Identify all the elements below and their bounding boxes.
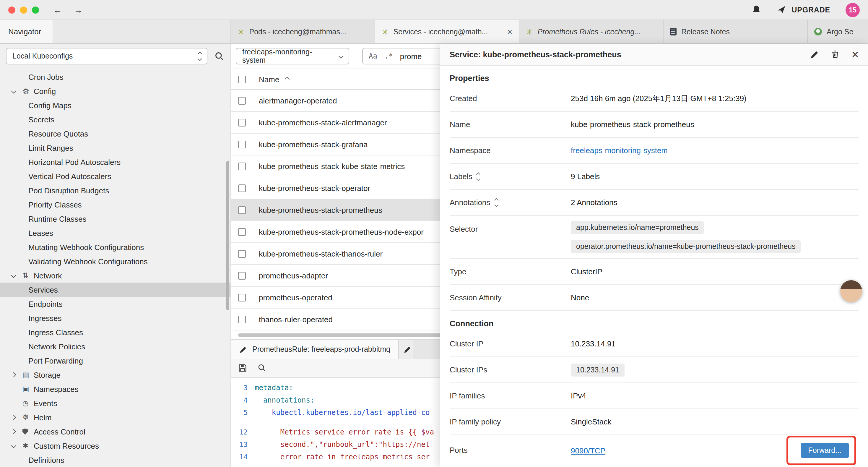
select-checkbox[interactable] [238,315,246,323]
app-tab[interactable]: Pods - icecheng@mathmas... [231,20,375,43]
sidebar-item[interactable]: Horizontal Pod Autoscalers [0,155,230,169]
service-name: kube-prometheus-stack-kube-state-metrics [259,162,405,171]
close-tab-icon[interactable] [502,27,512,36]
app-tab[interactable]: Release Notes [663,20,808,43]
expand-updown-icon[interactable] [477,173,480,180]
sidebar-item[interactable]: Secrets [0,112,230,126]
select-checkbox[interactable] [238,206,246,214]
chevron-down-icon[interactable] [11,273,16,278]
sidebar-item[interactable]: Limit Ranges [0,141,230,155]
sidebar-item[interactable]: Pod Disruption Budgets [0,183,230,198]
zoom-window-button[interactable] [32,6,39,13]
sidebar-item[interactable]: Services [0,283,230,297]
notification-count-badge[interactable]: 15 [845,3,860,17]
edit-icon[interactable] [810,50,819,59]
editor-search-icon[interactable] [258,363,267,372]
tab-label: Pods - icecheng@mathmas... [249,28,346,36]
sidebar-item-label: Custom Resources [34,441,99,450]
forward-icon[interactable] [74,5,83,14]
chevron-down-icon[interactable] [11,89,16,94]
namespace-link[interactable]: freeleaps-monitoring-system [571,146,668,155]
namespace-select[interactable]: freeleaps-monitoring-system [236,48,349,64]
sidebar-item[interactable]: Custom Resources [0,439,230,453]
kube-icon [526,28,533,36]
sidebar-item[interactable]: Config Maps [0,98,230,112]
close-window-button[interactable] [8,6,16,13]
select-checkbox[interactable] [238,140,246,148]
chevron-right-icon[interactable] [11,429,16,434]
port-link[interactable]: 9090/TCP [571,446,606,455]
navigator-panel-tab[interactable]: Navigator [0,20,53,43]
trash-icon[interactable] [831,50,840,59]
sidebar-item[interactable]: Namespaces [0,382,230,396]
expand-updown-icon[interactable] [495,199,498,206]
select-checkbox[interactable] [238,228,246,236]
labels-label: Labels [450,172,472,181]
app-tab[interactable]: Argo Se [808,20,868,43]
sidebar-item[interactable]: Cron Jobs [0,70,230,84]
sidebar-search-icon[interactable] [215,51,224,61]
sidebar-item[interactable]: Leases [0,226,230,240]
sidebar-item[interactable]: Priority Classes [0,198,230,212]
match-case-toggle[interactable]: Aa [369,52,377,60]
sidebar-item[interactable]: Vertical Pod Autoscalers [0,169,230,183]
service-name: kube-prometheus-stack-operator [259,183,370,193]
upgrade-button[interactable]: UPGRADE [776,5,830,15]
sidebar-scrollbar[interactable] [226,161,229,310]
sidebar-item[interactable]: Mutating Webhook Configurations [0,240,230,254]
port-forward-button[interactable]: Forward... [800,443,849,458]
cluster-ip-value: 10.233.14.91 [571,339,859,348]
select-checkbox[interactable] [238,250,246,258]
sidebar-item[interactable]: Endpoints [0,297,230,311]
drawer-header: Service: kube-prometheus-stack-prometheu… [440,44,868,66]
avatar[interactable] [840,280,862,302]
select-checkbox[interactable] [238,162,246,170]
minimize-window-button[interactable] [20,6,27,13]
editor-tab[interactable]: PrometheusRule: freeleaps-prod-rabbitmq [231,340,399,359]
close-drawer-icon[interactable] [852,49,859,60]
chevron-right-icon[interactable] [11,415,16,420]
select-checkbox[interactable] [238,272,246,279]
sidebar-item[interactable]: Definitions [0,453,230,467]
chevron-right-icon[interactable] [11,372,16,377]
sidebar-item[interactable]: Validating Webhook Configurations [0,254,230,268]
select-all-checkbox[interactable] [238,76,246,83]
select-checkbox[interactable] [238,293,246,301]
sidebar-item[interactable]: Ingresses [0,311,230,325]
sidebar-item[interactable]: Port Forwarding [0,353,230,368]
tab-bar: Navigator Pods - icecheng@mathmas... Ser… [0,20,868,44]
chevron-slot [12,415,23,419]
sidebar-item-label: Horizontal Pod Autoscalers [28,157,121,167]
app-tab[interactable]: Services - icecheng@math... [375,20,519,43]
helm-icon [23,414,34,421]
sidebar-item-label: Port Forwarding [28,356,83,365]
sidebar-item[interactable]: Helm [0,410,230,425]
select-checkbox[interactable] [238,119,246,126]
created-row: Created 253d 16h 6m ago (2025年1月13日 GMT+… [450,86,859,112]
sidebar-item[interactable]: Access Control [0,425,230,439]
service-name: kube-prometheus-stack-thanos-ruler [259,249,382,258]
sidebar-item[interactable]: Network [0,268,230,283]
chevron-down-icon[interactable] [11,443,16,448]
drawer-body: Properties Created 253d 16h 6m ago (2025… [440,66,868,467]
sidebar-item[interactable]: Network Policies [0,339,230,353]
back-icon[interactable] [53,5,62,14]
app-tab[interactable]: Prometheus Rules - icecheng... [519,20,663,43]
sidebar-item-label: Secrets [28,115,54,124]
notifications-bell-icon[interactable] [751,5,761,15]
regex-toggle[interactable]: .* [384,52,393,60]
sidebar-item[interactable]: Resource Quotas [0,126,230,141]
sidebar-item[interactable]: Storage [0,368,230,382]
sidebar-item[interactable]: Runtime Classes [0,212,230,226]
sidebar-item[interactable]: Config [0,84,230,98]
select-checkbox[interactable] [238,97,246,104]
save-icon[interactable] [238,363,247,372]
kubeconfig-select[interactable]: Local Kubeconfigs [6,48,208,64]
custom-resources-icon [23,442,34,449]
sidebar-item[interactable]: Ingress Classes [0,325,230,339]
name-column-header[interactable]: Name [259,75,279,84]
editor-tab-next[interactable] [399,340,413,359]
properties-section-title: Properties [450,74,859,83]
sidebar-item[interactable]: Events [0,396,230,410]
select-checkbox[interactable] [238,184,246,192]
